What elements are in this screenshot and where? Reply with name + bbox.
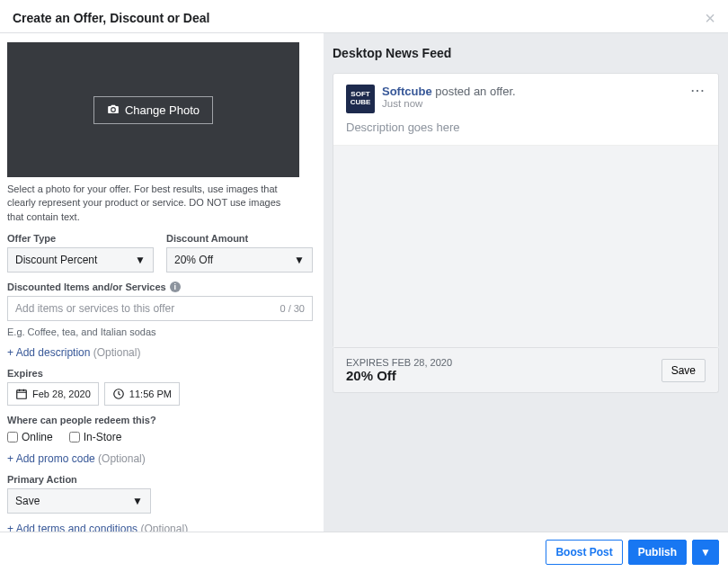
info-icon[interactable]: i bbox=[170, 282, 181, 292]
preview-expires: EXPIRES FEB 28, 2020 bbox=[346, 357, 452, 368]
photo-hint: Select a photo for your offer. For best … bbox=[7, 183, 299, 224]
add-promo-row: + Add promo code (Optional) bbox=[7, 452, 313, 465]
preview-panel: Desktop News Feed ··· SOFT CUBE Softcube… bbox=[324, 33, 728, 532]
svg-rect-0 bbox=[17, 390, 27, 398]
chevron-down-icon: ▼ bbox=[132, 495, 143, 507]
items-input[interactable] bbox=[15, 302, 280, 315]
offer-photo: Change Photo bbox=[7, 42, 299, 177]
redeem-label: Where can people redeem this? bbox=[7, 415, 313, 425]
items-label: Discounted Items and/or Services i bbox=[7, 282, 313, 292]
items-count: 0 / 30 bbox=[280, 303, 305, 314]
camera-icon bbox=[107, 103, 120, 116]
clock-icon bbox=[112, 388, 125, 400]
offer-type-select[interactable]: Discount Percent ▼ bbox=[7, 247, 154, 273]
add-terms-row: + Add terms and conditions (Optional) bbox=[7, 523, 313, 532]
preview-card: ··· SOFT CUBE Softcube posted an offer. … bbox=[333, 73, 719, 348]
expires-date-input[interactable]: Feb 28, 2020 bbox=[7, 382, 99, 406]
online-checkbox[interactable]: Online bbox=[7, 431, 53, 443]
discount-amount-select[interactable]: 20% Off ▼ bbox=[166, 247, 313, 273]
add-promo-link[interactable]: + Add promo code bbox=[7, 452, 95, 465]
preview-footer: EXPIRES FEB 28, 2020 20% Off Save bbox=[333, 348, 719, 393]
items-hint: E.g. Coffee, tea, and Italian sodas bbox=[7, 326, 313, 337]
chevron-down-icon: ▼ bbox=[294, 254, 305, 266]
preview-discount: 20% Off bbox=[346, 368, 452, 383]
modal-title: Create an Offer, Discount or Deal bbox=[13, 11, 209, 25]
calendar-icon bbox=[15, 388, 28, 400]
form-panel: Change Photo Select a photo for your off… bbox=[0, 33, 324, 532]
offer-type-label: Offer Type bbox=[7, 233, 154, 244]
discount-amount-label: Discount Amount bbox=[166, 233, 313, 244]
avatar: SOFT CUBE bbox=[346, 85, 375, 113]
expires-label: Expires bbox=[7, 368, 313, 379]
add-description-row: + Add description (Optional) bbox=[7, 346, 313, 359]
add-description-link[interactable]: + Add description bbox=[7, 346, 90, 359]
boost-post-button[interactable]: Boost Post bbox=[546, 540, 622, 565]
preview-save-button[interactable]: Save bbox=[661, 359, 706, 382]
preview-title: Desktop News Feed bbox=[333, 46, 719, 60]
description-placeholder: Description goes here bbox=[346, 121, 706, 134]
modal-footer: Boost Post Publish ▼ bbox=[0, 532, 728, 572]
post-menu-icon[interactable]: ··· bbox=[691, 85, 706, 97]
chevron-down-icon: ▼ bbox=[135, 254, 146, 266]
close-icon[interactable]: × bbox=[705, 9, 715, 27]
publish-dropdown-button[interactable]: ▼ bbox=[692, 540, 719, 565]
modal-header: Create an Offer, Discount or Deal × bbox=[0, 0, 728, 33]
post-time: Just now bbox=[382, 98, 516, 109]
publish-button[interactable]: Publish bbox=[628, 540, 687, 565]
primary-action-select[interactable]: Save ▼ bbox=[7, 488, 151, 514]
items-input-wrap: 0 / 30 bbox=[7, 296, 313, 321]
change-photo-button[interactable]: Change Photo bbox=[93, 96, 213, 124]
instore-checkbox[interactable]: In-Store bbox=[69, 431, 122, 443]
preview-image-area bbox=[333, 145, 718, 347]
primary-action-label: Primary Action bbox=[7, 474, 313, 485]
page-name-link[interactable]: Softcube bbox=[382, 85, 432, 98]
expires-time-input[interactable]: 11:56 PM bbox=[104, 382, 180, 406]
add-terms-link[interactable]: + Add terms and conditions bbox=[7, 523, 138, 532]
